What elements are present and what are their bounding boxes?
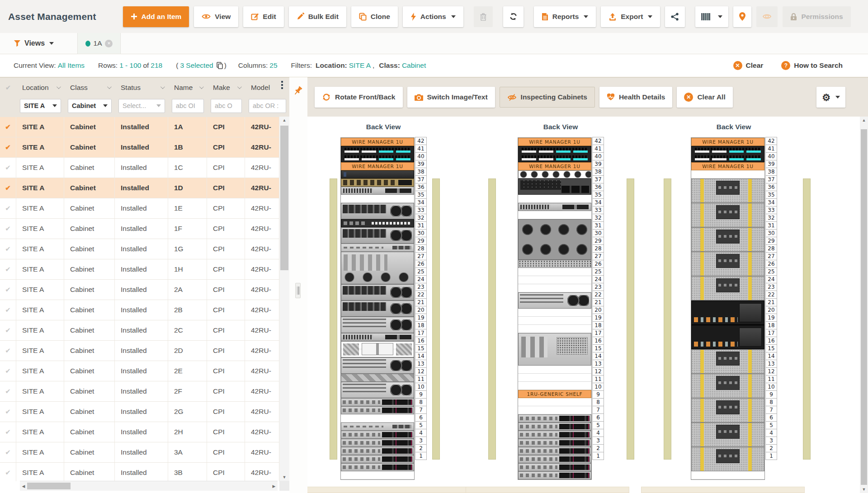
column-header-status[interactable]: Status	[115, 78, 168, 97]
rack-unit-srv2l[interactable]	[341, 382, 414, 398]
rotate-front-back-button[interactable]: Rotate Front/Back	[315, 87, 403, 108]
columns-value[interactable]: 25	[269, 61, 277, 70]
rack-unit-patch[interactable]	[341, 146, 414, 162]
empty-rack-slot[interactable]	[341, 471, 414, 479]
clear-filters-button[interactable]: ✕ Clear	[733, 61, 764, 70]
rack-unit-stor3[interactable]	[691, 423, 764, 447]
column-header-class[interactable]: Class	[64, 78, 115, 97]
table-row[interactable]: ✔SITE ACabinetInstalled2HCPI42RU-	[0, 422, 279, 442]
name-filter-input[interactable]	[172, 99, 204, 113]
rack-unit-stor3[interactable]	[691, 276, 764, 300]
empty-rack-slot[interactable]	[518, 366, 591, 374]
rack-unit-stor3[interactable]	[691, 349, 764, 374]
empty-rack-slot[interactable]	[518, 195, 591, 203]
row-select-check[interactable]: ✔	[0, 259, 16, 279]
table-row[interactable]: ✔SITE ACabinetInstalled2CCPI42RU-	[0, 320, 279, 341]
table-row[interactable]: ✔SITE ACabinetInstalled1FCPI42RU-	[0, 219, 279, 239]
empty-rack-slot[interactable]	[518, 268, 591, 276]
rack-unit-hp1[interactable]	[341, 398, 414, 406]
table-row[interactable]: ✔SITE ACabinetInstalled3ACPI42RU-	[0, 442, 279, 463]
rack-unit-stor3[interactable]	[691, 374, 764, 398]
row-select-check[interactable]: ✔	[0, 137, 16, 157]
rack-unit-hp1[interactable]	[341, 447, 414, 455]
empty-rack-slot[interactable]	[691, 471, 764, 479]
edit-button[interactable]: Edit	[243, 6, 283, 27]
rack-unit-hp1[interactable]	[518, 463, 591, 471]
health-details-button[interactable]: Health Details	[599, 87, 673, 108]
row-select-check[interactable]: ✔	[0, 219, 16, 239]
row-select-check[interactable]: ✔	[0, 402, 16, 422]
rack-unit-dir3[interactable]	[691, 325, 764, 349]
refresh-button[interactable]	[503, 6, 524, 27]
empty-rack-slot[interactable]	[518, 276, 591, 284]
empty-rack-slot[interactable]	[518, 309, 591, 317]
rack-unit-wire[interactable]: WIRE MANAGER 1U	[518, 162, 591, 170]
scroll-up-icon[interactable]: ▲	[279, 117, 289, 124]
row-select-check[interactable]: ✔	[0, 320, 16, 340]
filter-class-value[interactable]: Cabinet	[402, 61, 426, 70]
viewer-vertical-scrollbar[interactable]: ▲ ▼	[860, 117, 868, 493]
empty-rack-slot[interactable]	[518, 374, 591, 382]
rack-unit-srv4[interactable]	[341, 252, 414, 284]
rack-unit-hp1[interactable]	[341, 455, 414, 463]
empty-rack-slot[interactable]	[341, 195, 414, 203]
rack-unit-rear1[interactable]	[518, 203, 591, 211]
row-select-check[interactable]: ✔	[0, 300, 16, 320]
table-row[interactable]: ✔SITE ACabinetInstalled2GCPI42RU-	[0, 402, 279, 422]
rack-unit-srv1[interactable]	[341, 244, 414, 252]
add-item-button[interactable]: Add an Item	[123, 6, 189, 27]
reports-button[interactable]: Reports	[534, 6, 596, 27]
rack-unit-rear1[interactable]	[341, 187, 414, 195]
rack-unit-hp1[interactable]	[341, 439, 414, 447]
table-row[interactable]: ✔SITE ACabinetInstalled1ECPI42RU-	[0, 198, 279, 219]
rack-unit-blade5[interactable]	[518, 219, 591, 260]
table-row[interactable]: ✔SITE ACabinetInstalled1HCPI42RU-	[0, 259, 279, 280]
rack-unit-stor3[interactable]	[691, 227, 764, 252]
rack-unit-dir3[interactable]	[691, 300, 764, 325]
rack-unit-hp1[interactable]	[341, 463, 414, 471]
view-tab-1a[interactable]: 1A ✕	[77, 33, 121, 54]
rack-unit-fan1[interactable]	[518, 170, 591, 178]
rack-unit-wire[interactable]: WIRE MANAGER 1U	[691, 162, 764, 170]
rack-unit-tower4[interactable]	[518, 333, 591, 366]
table-row[interactable]: ✔SITE ACabinetInstalled2BCPI42RU-	[0, 300, 279, 320]
watch-button[interactable]	[756, 6, 778, 27]
rack-unit-patch[interactable]	[518, 146, 591, 162]
row-select-check[interactable]: ✔	[0, 280, 16, 300]
rack-unit-hp1[interactable]	[341, 406, 414, 414]
rack-unit-swdark[interactable]	[341, 170, 414, 178]
rows-total[interactable]: 218	[151, 61, 162, 70]
rack-unit-srv2[interactable]	[341, 284, 414, 300]
rows-range[interactable]: 1 - 100	[119, 61, 141, 70]
scroll-down-icon[interactable]: ▼	[279, 474, 289, 481]
table-row[interactable]: ✔SITE ACabinetInstalled3BCPI42RU-	[0, 463, 279, 481]
model-filter-input[interactable]	[249, 99, 286, 113]
empty-rack-slot[interactable]	[691, 170, 764, 178]
row-select-check[interactable]: ✔	[0, 178, 16, 198]
row-select-check[interactable]: ✔	[0, 158, 16, 178]
barcode-button[interactable]	[695, 6, 728, 27]
rack-unit-hp1[interactable]	[518, 439, 591, 447]
switch-image-text-button[interactable]: Switch Image/Text	[407, 87, 495, 108]
inspecting-cabinets-button[interactable]: Inspecting Cabinets	[500, 87, 595, 108]
rack-unit-srv2[interactable]	[341, 203, 414, 219]
empty-rack-slot[interactable]	[518, 398, 591, 406]
table-row[interactable]: ✔SITE ACabinetInstalled1ACPI42RU-	[0, 117, 279, 137]
column-header-make[interactable]: Make	[207, 78, 245, 97]
rack-unit-tan[interactable]	[341, 178, 414, 187]
location-filter-select[interactable]: SITE A	[20, 99, 61, 113]
clear-all-button[interactable]: ✕ Clear All	[677, 87, 732, 108]
rack-unit-vent1[interactable]	[518, 260, 591, 268]
viewer-settings-button[interactable]: ⚙	[816, 87, 845, 108]
views-dropdown[interactable]: Views	[0, 39, 60, 47]
rack-unit-hatch[interactable]	[341, 374, 414, 382]
row-select-check[interactable]: ✔	[0, 422, 16, 442]
empty-rack-slot[interactable]	[341, 414, 414, 423]
table-row[interactable]: ✔SITE ACabinetInstalled1GCPI42RU-	[0, 239, 279, 259]
rack-unit-stor3[interactable]	[691, 178, 764, 203]
bulk-edit-button[interactable]: Bulk Edit	[289, 6, 346, 27]
row-select-check[interactable]: ✔	[0, 361, 16, 381]
empty-rack-slot[interactable]	[518, 406, 591, 414]
rack-unit-hp1[interactable]	[518, 447, 591, 455]
panel-splitter[interactable]	[289, 77, 307, 493]
